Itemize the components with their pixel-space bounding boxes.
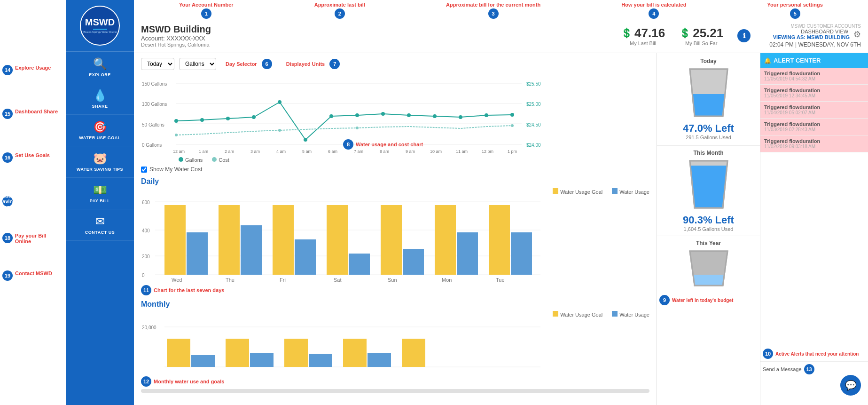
svg-point-24 [485,113,488,117]
ann-bill-calc: How your bill is calculated 4 [621,2,686,19]
monthly-bar-1-goal [167,339,190,367]
share-icon: 💧 [93,89,107,102]
send-message-button[interactable]: 💬 [840,375,861,396]
gear-icon[interactable]: ⚙ [853,29,861,40]
current-time: 02:04 PM | WEDNESDAY, NOV 6TH [769,41,861,48]
monthly-bar-3-goal [284,339,308,367]
alert-item-4: Triggered flowduration 11/02/2019 09:03:… [760,135,868,152]
monthly-chart-wrapper: Water Usage Goal Water Usage 20,000 [141,311,649,387]
svg-text:50 Gallons: 50 Gallons [142,122,164,127]
bar-fri-usage [295,239,316,275]
svg-text:2 am: 2 am [225,149,234,154]
bar-tue-goal [489,205,510,275]
svg-text:$25.50: $25.50 [526,81,541,87]
monthly-bar-3-usage [309,354,332,367]
sidebar-item-explore[interactable]: 🔍 EXPLORE [66,52,134,83]
ann-personal-settings: Your personal settings 5 [767,2,823,19]
ann-current-month: Approximate bill for the current month 3 [446,2,540,19]
last-bill: 💲 47.16 My Last Bill [621,26,665,46]
alert-list: Triggered flowduration 11/05/2019 04:54:… [760,68,868,346]
bar-thu-goal [219,205,240,275]
monthly-bar-1-usage [191,355,215,367]
svg-point-28 [356,127,359,129]
alert-item-0: Triggered flowduration 11/05/2019 04:54:… [760,68,868,85]
svg-point-17 [304,138,307,142]
water-panel: Today 47.0% [657,53,760,405]
monthly-bar-4-goal [343,339,367,367]
svg-text:4 am: 4 am [276,149,286,154]
main-content: Your Account Number 1 Approximate last b… [134,0,868,405]
this-year-gauge: This Year [657,236,760,293]
sidebar-item-water-saving-tips[interactable]: 🐷 WATER SAVING TIPS [66,146,134,178]
bar-sun-usage [403,249,424,275]
badge-18: 18 [2,233,13,243]
svg-rect-62 [688,69,730,94]
show-cost-row: Show My Water Cost [141,166,649,173]
units-selector[interactable]: Gallons [179,58,216,70]
svg-point-13 [200,118,204,122]
daily-bar-chart: 600 400 200 0 [141,197,550,284]
message-icon: 💬 [845,380,857,391]
svg-text:Mon: Mon [442,277,452,283]
pay-icon: 💵 [93,183,107,197]
left-annotations: 14 Explore Usage 15 Dashboard Share 16 S… [0,0,66,405]
monthly-title: Monthly [141,300,649,309]
svg-text:12 am: 12 am [173,149,185,154]
svg-point-19 [355,113,359,117]
ann-explore: 14 Explore Usage [0,61,66,79]
bar-fri-goal [273,205,294,275]
ann-share: 15 Dashboard Share [0,105,66,123]
this-year-cup [688,249,730,286]
svg-text:8 am: 8 am [380,149,389,154]
sidebar-item-water-use-goal[interactable]: 🎯 WATER USE GOAL [66,115,134,146]
svg-point-21 [407,113,411,117]
ann-tips: Water Saving Tips [0,192,66,210]
sidebar-item-share[interactable]: 💧 SHARE [66,83,134,115]
svg-point-18 [329,114,333,118]
svg-point-12 [174,119,178,123]
ann-contact: 19 Contact MSWD [0,267,66,285]
svg-point-16 [278,100,282,104]
info-button[interactable]: ℹ [737,29,751,42]
daily-chart-wrapper: Water Usage Goal Water Usage 600 400 200… [141,188,649,295]
svg-text:20,000: 20,000 [142,325,156,330]
svg-rect-66 [688,251,730,275]
sidebar-item-contact-us[interactable]: ✉ CONTACT US [66,209,134,241]
header-right: MSWD CUSTOMER ACCOUNTS DASHBOARD VIEW: V… [769,24,861,48]
svg-text:12 pm: 12 pm [482,149,493,154]
header-bills: 💲 47.16 My Last Bill 💲 25.21 My Bill So … [621,26,751,46]
ann-monthly-chart: 12 Monthly water use and goals [141,376,649,387]
badge-14: 14 [2,65,13,75]
scrollbar[interactable] [141,389,649,393]
chart-area: Today Gallons Day Selector 6 Displayed U… [134,53,657,405]
svg-text:$25.00: $25.00 [526,102,541,107]
badge-19: 19 [2,270,13,281]
day-selector[interactable]: Today [141,58,174,70]
badge-16: 16 [2,152,13,163]
ann-line-chart: 8 Water usage and cost chart [343,139,423,150]
alert-item-1: Triggered flowduration 11/05/2019 12:34:… [760,85,868,102]
svg-text:7 am: 7 am [354,149,363,154]
svg-text:Tue: Tue [496,277,505,283]
ann-send-message: Send a Message 13 [760,361,868,377]
explore-icon: 🔍 [93,57,107,71]
svg-point-22 [433,114,437,118]
alert-panel: 🔔 ALERT CENTER Triggered flowduration 11… [760,53,868,405]
monthly-bar-legend: Water Usage Goal Water Usage [141,311,649,318]
alert-center-header: 🔔 ALERT CENTER [760,53,868,68]
svg-point-20 [381,112,385,116]
svg-text:$24.00: $24.00 [526,143,541,148]
svg-text:0: 0 [142,273,145,278]
today-gauge: Today 47.0% [657,53,760,145]
sidebar-item-pay-bill[interactable]: 💵 PAY BILL [66,178,134,209]
svg-text:200: 200 [142,254,150,259]
bar-wed-goal [164,205,186,275]
alert-item-2: Triggered flowduration 11/04/2019 05:02:… [760,102,868,119]
show-cost-checkbox[interactable] [141,167,147,173]
page-wrapper: 14 Explore Usage 15 Dashboard Share 16 S… [0,0,868,405]
account-number: Account: XXXXXX-XXX [141,35,602,42]
usage-legend [612,188,618,194]
bar-legend: Water Usage Goal Water Usage [141,188,649,195]
controls-row: Today Gallons Day Selector 6 Displayed U… [141,58,649,70]
svg-text:6 am: 6 am [328,149,337,154]
